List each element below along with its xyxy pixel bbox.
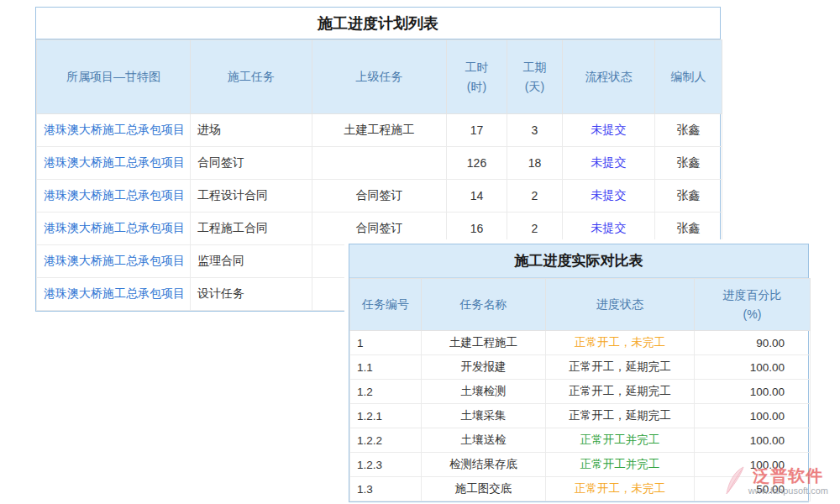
compare-table-title: 施工进度实际对比表 [349, 244, 808, 278]
task-cell: 设计任务 [191, 278, 312, 311]
percent-cell: 50.00 [695, 477, 811, 501]
hours-cell: 126 [447, 147, 507, 180]
col-header-task-id: 任务编号 [350, 279, 422, 331]
table-row: 1.2 土壤检测 正常开工，延期完工 100.00 [350, 380, 811, 404]
table-row: 港珠澳大桥施工总承包项目 工程施工合同 合同签订 16 2 未提交 张鑫 [37, 213, 722, 245]
task-id-cell: 1.2.1 [350, 404, 422, 428]
progress-status: 正常开工并完工 [580, 433, 660, 446]
author-cell: 张鑫 [655, 213, 722, 245]
table-row: 1 土建工程施工 正常开工，未完工 90.00 [350, 331, 811, 355]
parent-task-cell: 合同签订 [312, 213, 447, 245]
table-row: 港珠澳大桥施工总承包项目 工程设计合同 合同签订 14 2 未提交 张鑫 [37, 180, 722, 213]
task-name-cell: 检测结果存底 [422, 453, 546, 477]
plan-header-row: 所属项目—甘特图 施工任务 上级任务 工时(时) 工期(天) 流程状态 编制人 [37, 40, 722, 114]
table-row: 港珠澳大桥施工总承包项目 合同签订 126 18 未提交 张鑫 [37, 147, 722, 180]
compare-table: 施工进度实际对比表 任务编号 任务名称 进度状态 进度百分比(%) 1 土建工程… [349, 244, 809, 502]
progress-status-cell: 正常开工，未完工 [546, 331, 695, 355]
percent-cell: 100.00 [695, 404, 811, 428]
author-cell: 张鑫 [655, 180, 722, 213]
task-id-cell: 1.2.3 [350, 453, 422, 477]
percent-cell: 90.00 [695, 331, 811, 355]
task-name-cell: 土壤检测 [422, 380, 546, 404]
task-id-cell: 1.3 [350, 477, 422, 501]
progress-status-cell: 正常开工，未完工 [546, 477, 695, 501]
percent-cell: 100.00 [695, 428, 811, 453]
percent-cell: 100.00 [695, 355, 811, 380]
project-link[interactable]: 港珠澳大桥施工总承包项目 [37, 245, 191, 278]
task-cell: 进场 [191, 114, 312, 147]
project-link[interactable]: 港珠澳大桥施工总承包项目 [37, 213, 191, 245]
task-id-cell: 1.2.2 [350, 428, 422, 453]
task-id-cell: 1.2 [350, 380, 422, 404]
task-name-cell: 土建工程施工 [422, 331, 546, 355]
progress-status-cell: 正常开工，延期完工 [546, 404, 695, 428]
table-row: 1.1 开发报建 正常开工，延期完工 100.00 [350, 355, 811, 380]
days-cell: 18 [507, 147, 563, 180]
compare-header-row: 任务编号 任务名称 进度状态 进度百分比(%) [350, 279, 811, 331]
table-row: 1.2.1 土壤采集 正常开工，延期完工 100.00 [350, 404, 811, 428]
task-name-cell: 土壤采集 [422, 404, 546, 428]
status-cell[interactable]: 未提交 [563, 180, 655, 213]
project-link[interactable]: 港珠澳大桥施工总承包项目 [37, 180, 191, 213]
task-cell: 监理合同 [191, 245, 312, 278]
days-cell: 3 [507, 114, 563, 147]
table-row: 1.2.3 检测结果存底 正常开工并完工 100.00 [350, 453, 811, 477]
task-cell: 工程设计合同 [191, 180, 312, 213]
progress-status: 正常开工，延期完工 [569, 385, 671, 397]
hours-cell: 16 [447, 213, 507, 245]
parent-task-cell [312, 147, 447, 180]
col-header-parent-task: 上级任务 [312, 40, 447, 114]
author-cell: 张鑫 [655, 114, 722, 147]
task-id-cell: 1.1 [350, 355, 422, 380]
percent-cell: 100.00 [695, 453, 811, 477]
project-link[interactable]: 港珠澳大桥施工总承包项目 [37, 147, 191, 180]
task-name-cell: 施工图交底 [422, 477, 546, 501]
percent-cell: 100.00 [695, 380, 811, 404]
progress-status: 正常开工，延期完工 [569, 360, 671, 373]
col-header-days: 工期(天) [507, 40, 563, 114]
progress-status-cell: 正常开工，延期完工 [546, 355, 695, 380]
project-link[interactable]: 港珠澳大桥施工总承包项目 [37, 114, 191, 147]
progress-status-cell: 正常开工并完工 [546, 428, 695, 453]
col-header-progress-percent: 进度百分比(%) [695, 279, 811, 331]
progress-status: 正常开工，延期完工 [569, 409, 671, 422]
progress-status-cell: 正常开工，延期完工 [546, 380, 695, 404]
status-cell[interactable]: 未提交 [563, 213, 655, 245]
project-link[interactable]: 港珠澳大桥施工总承包项目 [37, 278, 191, 311]
progress-status: 正常开工，未完工 [575, 482, 665, 495]
col-header-task-name: 任务名称 [422, 279, 546, 331]
table-row: 1.3 施工图交底 正常开工，未完工 50.00 [350, 477, 811, 501]
col-header-status: 流程状态 [563, 40, 655, 114]
days-cell: 2 [507, 213, 563, 245]
task-cell: 工程施工合同 [191, 213, 312, 245]
task-name-cell: 土壤送检 [422, 428, 546, 453]
task-cell: 合同签订 [191, 147, 312, 180]
col-header-hours: 工时(时) [447, 40, 507, 114]
col-header-project: 所属项目—甘特图 [37, 40, 191, 114]
status-cell[interactable]: 未提交 [563, 147, 655, 180]
hours-cell: 17 [447, 114, 507, 147]
progress-status: 正常开工并完工 [580, 458, 660, 470]
status-cell[interactable]: 未提交 [563, 114, 655, 147]
plan-table-title: 施工进度计划列表 [36, 8, 720, 39]
progress-status-cell: 正常开工并完工 [546, 453, 695, 477]
col-header-task: 施工任务 [191, 40, 312, 114]
progress-status: 正常开工，未完工 [575, 336, 665, 349]
table-row: 港珠澳大桥施工总承包项目 进场 土建工程施工 17 3 未提交 张鑫 [37, 114, 722, 147]
col-header-progress-status: 进度状态 [546, 279, 695, 331]
table-row: 1.2.2 土壤送检 正常开工并完工 100.00 [350, 428, 811, 453]
parent-task-cell: 土建工程施工 [312, 114, 447, 147]
task-id-cell: 1 [350, 331, 422, 355]
days-cell: 2 [507, 180, 563, 213]
hours-cell: 14 [447, 180, 507, 213]
task-name-cell: 开发报建 [422, 355, 546, 380]
author-cell: 张鑫 [655, 147, 722, 180]
compare-table-grid: 任务编号 任务名称 进度状态 进度百分比(%) 1 土建工程施工 正常开工，未完… [349, 278, 811, 501]
parent-task-cell: 合同签订 [312, 180, 447, 213]
col-header-author: 编制人 [655, 40, 722, 114]
